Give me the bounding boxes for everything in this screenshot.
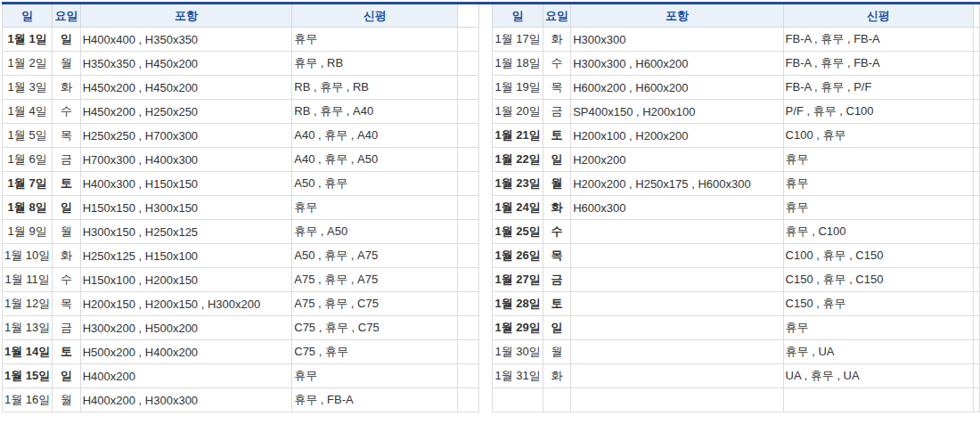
pohang-cell: H150x100 , H200x150: [80, 268, 292, 292]
table-row: 1월 22일일H200x200휴무: [493, 148, 980, 172]
table-row: 1월 1일일H400x400 , H350x350휴무: [3, 28, 479, 52]
empty-cell: [458, 316, 478, 340]
sinpyeong-cell: 휴무: [292, 28, 458, 52]
pohang-cell: H300x300 , H600x200: [571, 52, 783, 76]
pohang-cell: H300x200 , H500x200: [80, 316, 292, 340]
weekday-cell: 일: [53, 196, 80, 220]
sinpyeong-cell: [783, 388, 973, 412]
empty-cell: [458, 364, 478, 388]
table-row: 1월 17일화H300x300FB-A , 휴무 , FB-A: [493, 28, 980, 52]
table-header: 일 요일 포항 신평: [3, 4, 479, 28]
empty-cell: [974, 100, 980, 124]
date-cell: 1월 28일: [493, 292, 543, 316]
weekday-cell: [543, 388, 570, 412]
sinpyeong-cell: A40 , 휴무 , A40: [292, 124, 458, 148]
date-cell: 1월 21일: [493, 124, 543, 148]
weekday-cell: 월: [53, 52, 80, 76]
pohang-cell: [571, 316, 783, 340]
empty-cell: [458, 340, 478, 364]
table-row: 1월 26일목C100 , 휴무 , C150: [493, 244, 980, 268]
weekday-cell: 수: [543, 220, 570, 244]
weekday-cell: 일: [543, 148, 570, 172]
table-row: 1월 16일월H400x200 , H300x300휴무 , FB-A: [3, 388, 479, 412]
table-body-left: 1월 1일일H400x400 , H350x350휴무1월 2일월H350x35…: [3, 28, 479, 412]
weekday-cell: 화: [543, 364, 570, 388]
table-row: 1월 13일금H300x200 , H500x200C75 , 휴무 , C75: [3, 316, 479, 340]
pohang-cell: [571, 292, 783, 316]
date-cell: 1월 13일: [3, 316, 53, 340]
column-header-weekday: 요일: [53, 4, 80, 28]
weekday-cell: 금: [543, 100, 570, 124]
empty-cell: [974, 172, 980, 196]
empty-cell: [458, 196, 478, 220]
empty-cell: [458, 220, 478, 244]
empty-cell: [458, 148, 478, 172]
sinpyeong-cell: 휴무 , A50: [292, 220, 458, 244]
empty-cell: [458, 100, 478, 124]
sinpyeong-cell: RB , 휴무 , RB: [292, 76, 458, 100]
table-row: 1월 31일화UA , 휴무 , UA: [493, 364, 980, 388]
empty-cell: [974, 364, 980, 388]
empty-cell: [974, 76, 980, 100]
sinpyeong-cell: 휴무 , FB-A: [292, 388, 458, 412]
sinpyeong-cell: 휴무: [783, 172, 973, 196]
pohang-cell: H250x250 , H700x300: [80, 124, 292, 148]
table-row: 1월 12일목H200x150 , H200x150 , H300x200A75…: [3, 292, 479, 316]
sinpyeong-cell: 휴무: [783, 316, 973, 340]
pohang-cell: H400x300 , H150x150: [80, 172, 292, 196]
table-row: 1월 21일토H200x100 , H200x200C100 , 휴무: [493, 124, 980, 148]
table-header: 일 요일 포항 신평: [493, 4, 980, 28]
tables-wrap: 일 요일 포항 신평 1월 1일일H400x400 , H350x350휴무1월…: [2, 2, 980, 412]
empty-cell: [974, 268, 980, 292]
pohang-cell: H600x300: [571, 196, 783, 220]
empty-cell: [974, 52, 980, 76]
weekday-cell: 토: [53, 340, 80, 364]
pohang-cell: H450x200 , H450x200: [80, 76, 292, 100]
empty-cell: [974, 340, 980, 364]
empty-cell: [974, 28, 980, 52]
table-row: 1월 30일월휴무 , UA: [493, 340, 980, 364]
sinpyeong-cell: 휴무: [292, 196, 458, 220]
table-row: 1월 2일월H350x350 , H450x200휴무 , RB: [3, 52, 479, 76]
pohang-cell: SP400x150 , H200x100: [571, 100, 783, 124]
pohang-cell: H400x200: [80, 364, 292, 388]
header-row: 일 요일 포항 신평: [3, 4, 479, 28]
table-row: 1월 20일금SP400x150 , H200x100P/F , 휴무 , C1…: [493, 100, 980, 124]
table-row: 1월 5일목H250x250 , H700x300A40 , 휴무 , A40: [3, 124, 479, 148]
pohang-cell: H350x350 , H450x200: [80, 52, 292, 76]
weekday-cell: 토: [543, 292, 570, 316]
date-cell: 1월 25일: [493, 220, 543, 244]
weekday-cell: 수: [543, 52, 570, 76]
weekday-cell: 금: [53, 316, 80, 340]
table-divider-gap: [479, 4, 493, 22]
date-cell: 1월 5일: [3, 124, 53, 148]
weekday-cell: 화: [53, 76, 80, 100]
weekday-cell: 화: [543, 196, 570, 220]
empty-cell: [458, 28, 478, 52]
date-cell: 1월 14일: [3, 340, 53, 364]
date-cell: 1월 15일: [3, 364, 53, 388]
pohang-cell: [571, 268, 783, 292]
sinpyeong-cell: C75 , 휴무 , C75: [292, 316, 458, 340]
sinpyeong-cell: FB-A , 휴무 , P/F: [783, 76, 973, 100]
pohang-cell: H150x150 , H300x150: [80, 196, 292, 220]
sinpyeong-cell: 휴무 , RB: [292, 52, 458, 76]
sinpyeong-cell: C150 , 휴무: [783, 292, 973, 316]
weekday-cell: 금: [53, 148, 80, 172]
empty-cell: [974, 124, 980, 148]
empty-cell: [974, 244, 980, 268]
weekday-cell: 토: [53, 172, 80, 196]
sinpyeong-cell: C100 , 휴무: [783, 124, 973, 148]
table-row: 1월 9일월H300x150 , H250x125휴무 , A50: [3, 220, 479, 244]
sinpyeong-cell: UA , 휴무 , UA: [783, 364, 973, 388]
column-header-sinpyeong: 신평: [292, 4, 458, 28]
pohang-cell: H600x200 , H600x200: [571, 76, 783, 100]
pohang-cell: H200x100 , H200x200: [571, 124, 783, 148]
weekday-cell: 화: [53, 244, 80, 268]
weekday-cell: 월: [53, 220, 80, 244]
date-cell: 1월 7일: [3, 172, 53, 196]
sinpyeong-cell: 휴무 , UA: [783, 340, 973, 364]
date-cell: 1월 12일: [3, 292, 53, 316]
weekday-cell: 수: [53, 268, 80, 292]
pohang-cell: [571, 220, 783, 244]
